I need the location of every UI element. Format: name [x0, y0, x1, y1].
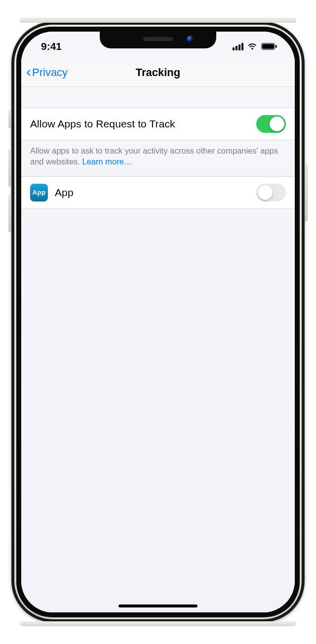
app-tracking-row: AppApp — [21, 176, 295, 209]
learn-more-link[interactable]: Learn more… — [82, 157, 132, 166]
page-title: Tracking — [136, 66, 180, 79]
power-button — [305, 164, 308, 221]
app-row-left: AppApp — [30, 184, 74, 201]
front-camera — [187, 36, 194, 42]
allow-apps-to-track-row: Allow Apps to Request to Track — [21, 108, 295, 140]
toggle-knob — [258, 185, 273, 200]
app-name-label: App — [55, 187, 74, 199]
wifi-icon — [247, 42, 258, 50]
stage: 9:41 ‹ Privacy T — [0, 0, 316, 644]
volume-down-button — [8, 195, 11, 232]
status-indicators — [233, 40, 281, 50]
allow-apps-to-track-toggle[interactable] — [256, 115, 286, 133]
speaker-grille — [143, 37, 173, 41]
footer-text: Allow apps to ask to track your activity… — [30, 146, 278, 166]
screen: 9:41 ‹ Privacy T — [21, 32, 295, 612]
silence-switch — [8, 111, 11, 128]
app-tracking-toggle[interactable] — [256, 184, 286, 201]
navigation-bar: ‹ Privacy Tracking — [21, 58, 295, 87]
notch — [100, 32, 216, 48]
section-footer: Allow apps to ask to track your activity… — [21, 140, 295, 176]
phone-bottom-band — [20, 621, 296, 626]
section-spacer — [21, 87, 295, 108]
phone-top-band — [20, 18, 296, 23]
phone-device-frame: 9:41 ‹ Privacy T — [11, 22, 305, 622]
battery-icon — [261, 43, 277, 50]
apps-list: AppApp — [21, 176, 295, 209]
allow-apps-to-track-label: Allow Apps to Request to Track — [30, 118, 175, 130]
app-icon: App — [30, 184, 48, 201]
chevron-left-icon: ‹ — [26, 64, 31, 79]
status-time: 9:41 — [35, 38, 62, 52]
back-label: Privacy — [32, 66, 68, 79]
svg-rect-2 — [276, 45, 277, 48]
cellular-icon — [233, 43, 243, 50]
content-area[interactable]: Allow Apps to Request to Track Allow app… — [21, 87, 295, 612]
home-indicator[interactable] — [118, 604, 198, 607]
back-button[interactable]: ‹ Privacy — [26, 58, 68, 86]
toggle-knob — [270, 117, 284, 131]
volume-up-button — [8, 149, 11, 187]
svg-rect-1 — [262, 44, 274, 49]
